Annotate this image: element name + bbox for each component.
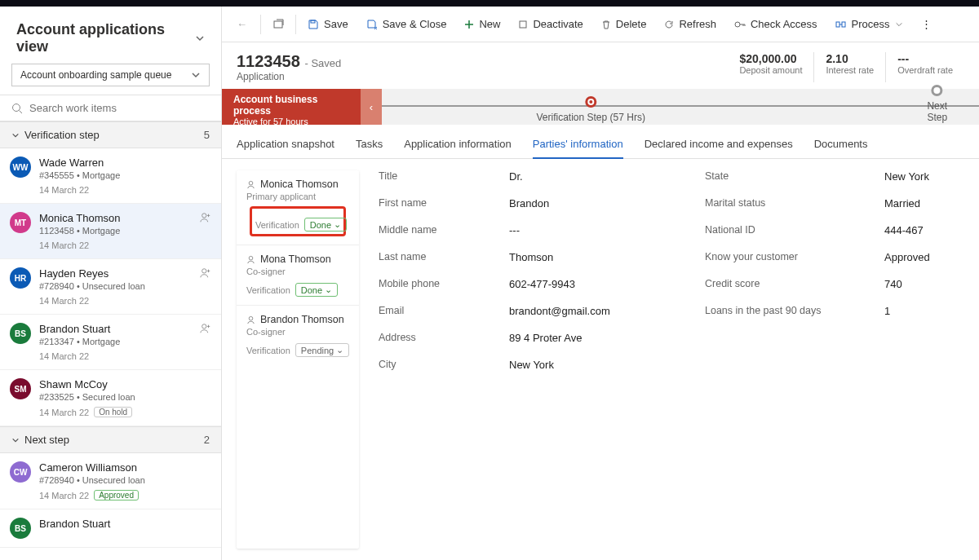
field-label: Title [379,170,476,183]
item-date: 14 March 22 [39,351,210,361]
svg-rect-6 [311,20,315,23]
field-label: Credit score [705,278,852,290]
svg-point-3 [202,269,206,273]
item-name: Hayden Reyes [39,267,210,280]
queue-item-cameron[interactable]: CW Cameron Williamson #728940 • Unsecure… [0,453,221,509]
item-name: Wade Warren [39,157,210,169]
item-sub: 1123458 • Mortgage [39,226,210,236]
assign-icon[interactable] [200,267,211,279]
field-label: City [379,359,476,371]
check-access-button[interactable]: Check Access [726,13,826,35]
svg-point-0 [13,104,20,111]
field-value[interactable]: Married [884,197,979,209]
queue-item-hayden[interactable]: HR Hayden Reyes #728940 • Unsecured loan… [0,259,221,315]
stage-label: Next Step [927,100,947,123]
field-value[interactable]: brandont@gmail.com [509,305,672,317]
field-label: State [705,170,852,183]
process-icon [835,20,847,29]
verification-dropdown[interactable]: Pending⌄ [295,343,349,357]
section-count: 5 [204,129,210,141]
search-input[interactable] [29,102,210,114]
field-value[interactable]: 740 [884,278,979,290]
verification-dropdown[interactable]: Done⌄ [304,218,347,231]
party-brandon[interactable]: Brandon Thomson Co-signer Verification P… [237,306,359,365]
field-value[interactable]: Thomson [509,251,672,263]
svg-point-8 [735,22,740,27]
save-close-button[interactable]: Save & Close [358,13,455,35]
stat-interest[interactable]: 2.10 Interest rate [813,52,885,82]
queue-item-wade[interactable]: WW Wade Warren #345555 • Mortgage 14 Mar… [0,148,221,204]
more-icon: ⋮ [921,18,932,30]
bpf-stage-next[interactable]: Next Step [916,87,958,123]
queue-item-monica[interactable]: MT Monica Thomson 1123458 • Mortgage 14 … [0,204,221,259]
avatar: WW [10,157,31,178]
save-button[interactable]: Save [299,13,357,35]
item-date: 14 March 22 [39,296,210,306]
open-new-window-button[interactable] [264,14,292,35]
field-value[interactable]: Dr. [509,170,672,183]
party-name: Brandon Thomson [246,314,349,325]
refresh-button[interactable]: Refresh [656,13,724,35]
field-value[interactable]: 1 [884,305,979,317]
tab-documents[interactable]: Documents [814,134,868,158]
bpf-collapse[interactable]: ‹ [361,89,382,125]
verification-dropdown[interactable]: Done⌄ [295,283,338,297]
tab-tasks[interactable]: Tasks [356,134,383,158]
party-monica[interactable]: Monica Thomson Primary applicant Verific… [237,170,359,245]
process-button[interactable]: Process [827,13,911,35]
overflow-button[interactable]: ⋮ [913,13,940,35]
queue-item-brandon2[interactable]: BS Brandon Stuart [0,509,221,548]
deactivate-button[interactable]: Deactivate [510,13,591,35]
view-title-dropdown[interactable]: Account applications view [0,7,221,64]
person-icon [246,180,255,189]
party-role: Co-signer [246,267,349,276]
new-button[interactable]: New [456,13,508,35]
field-label: Address [379,332,476,344]
item-date: 14 March 22 [39,185,210,195]
assign-icon[interactable] [200,323,211,334]
tab-parties[interactable]: Parties' information [533,134,623,158]
bpf-stage-current[interactable]: Verification Step (57 Hrs) [536,99,645,123]
party-role: Co-signer [246,327,349,337]
back-button[interactable]: ← [227,13,257,35]
label: Check Access [751,18,817,30]
field-value[interactable]: 444-467 [884,224,979,236]
item-name: Shawn McCoy [39,378,210,390]
queue-item-brandon[interactable]: BS Brandon Stuart #213347 • Mortgage 14 … [0,315,221,370]
field-value[interactable]: New York [509,359,672,371]
section-next[interactable]: Next step 2 [0,426,221,453]
queue-select[interactable]: Account onboarding sample queue [11,64,210,86]
party-name: Mona Thomson [246,254,349,265]
section-count: 2 [204,434,210,446]
save-icon [308,19,319,30]
record-stats: $20,000.00 Deposit amount 2.10 Interest … [728,52,964,82]
stat-overdraft[interactable]: --- Overdraft rate [885,52,964,82]
field-value[interactable]: 602-477-9943 [509,278,672,290]
highlight-box: Verification Done⌄ [250,206,346,236]
svg-rect-9 [836,22,839,27]
record-panel: ← Save Save & Close New Deactivate Delet… [222,7,979,560]
section-label: Verification step [24,129,100,141]
section-verification[interactable]: Verification step 5 [0,121,221,148]
field-value[interactable]: --- [509,224,672,236]
tab-income[interactable]: Declared income and expenses [645,134,793,158]
chevron-down-icon: ⌄ [325,284,332,295]
record-header: 1123458 - Saved Application $20,000.00 D… [222,42,979,89]
field-value[interactable]: New York [884,170,979,183]
field-value[interactable]: Brandon [509,197,672,209]
field-value[interactable]: Approved [884,251,979,263]
field-value[interactable]: 89 4 Proter Ave [509,332,672,344]
stat-deposit[interactable]: $20,000.00 Deposit amount [728,52,813,82]
key-icon [734,20,746,29]
chevron-down-icon: ⌄ [334,219,341,230]
delete-button[interactable]: Delete [593,13,655,35]
queue-list: WW Wade Warren #345555 • Mortgage 14 Mar… [0,148,221,560]
party-mona[interactable]: Mona Thomson Co-signer Verification Done… [237,245,359,306]
queue-item-shawn[interactable]: SM Shawn McCoy #233525 • Secured loan 14… [0,370,221,426]
bpf-header[interactable]: Account business process Active for 57 h… [222,89,361,125]
label: Delete [616,18,647,30]
tab-snapshot[interactable]: Application snapshot [237,134,334,158]
assign-icon[interactable] [200,212,211,223]
tab-app-info[interactable]: Application information [404,134,512,158]
app-topbar [0,0,979,7]
